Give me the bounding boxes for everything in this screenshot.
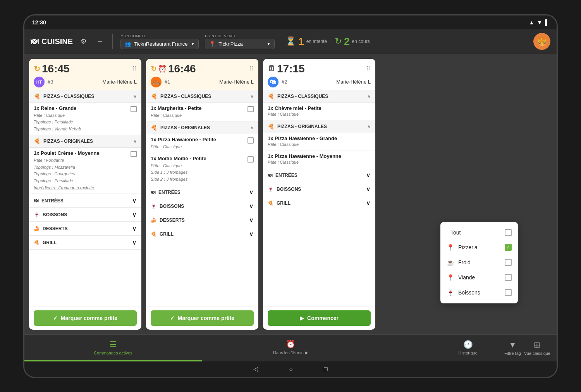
- order-card-3-header: 🗓 17:15 ⠿ 🛍 #2 Marie-Hélène L: [263, 59, 375, 90]
- order-2-footer: ✓ Marquer comme prête: [146, 306, 258, 330]
- nav-active-orders[interactable]: ☰ Commandes actives: [24, 335, 202, 361]
- order-2-grill[interactable]: 🍕 GRILL ∨: [146, 227, 258, 241]
- filter-tag-btn[interactable]: ▼ Filtre tag: [504, 341, 521, 356]
- settings-icon[interactable]: ⚙: [79, 36, 88, 47]
- order-2-item-3-name: 1x Moitié Moitié - Petite: [151, 156, 254, 163]
- chevron-entrees-1: ∨: [132, 197, 137, 204]
- order-1-grill-label: 🍕 GRILL: [34, 240, 57, 245]
- order-1-grill[interactable]: 🍕 GRILL ∨: [29, 236, 141, 250]
- logout-icon[interactable]: →: [95, 36, 105, 47]
- order-3-start-button[interactable]: ▶ Commencer: [268, 310, 371, 326]
- filter-drinks-label: Boissons: [458, 289, 501, 296]
- section-3-classiques-label: 🍕 PIZZAS - CLASSIQUES: [268, 93, 328, 99]
- order-2-boissons-label: 🍷 BOISSONS: [151, 204, 184, 209]
- order-2-desserts[interactable]: 🍰 DESSERTS ∨: [146, 213, 258, 227]
- order-3-entrees[interactable]: 🍽 ENTRÉES ∨: [263, 168, 375, 182]
- order-3-section-originales[interactable]: 🍕 PIZZAS - ORIGINALES ∧: [263, 120, 375, 133]
- order-3-item-1-name: 1x Chèvre miel - Petite: [268, 105, 371, 111]
- chevron-grill-2: ∨: [249, 230, 254, 238]
- nav-soon[interactable]: ⏰ Dans les 15 min ▶: [202, 335, 379, 361]
- nav-bar: 🍽 CUISINE ⚙ → MON COMPTE 👥 TicknRestaura…: [24, 29, 557, 54]
- grill-icon-2: 🍕: [151, 231, 156, 237]
- check-icon-1: ✓: [53, 315, 58, 321]
- pos-dropdown[interactable]: 📍 TicknPizza ▼: [205, 39, 275, 49]
- order-3-customer: Marie-Hélène L: [336, 79, 371, 85]
- drag-icon-1[interactable]: ⠿: [132, 65, 137, 72]
- desserts-icon-2: 🍰: [151, 217, 156, 223]
- pos-label: POINT DE VENTE: [205, 34, 275, 38]
- filter-drinks[interactable]: 🍷 Boissons: [440, 285, 518, 300]
- order-1-boissons[interactable]: 🍷 BOISSONS ∨: [29, 208, 141, 222]
- filter-meat-label: Viande: [458, 274, 501, 281]
- filter-cold-icon: ☕: [447, 259, 454, 266]
- filter-meat[interactable]: 📍 Viande: [440, 270, 518, 285]
- entrees-icon-3: 🍽: [268, 173, 272, 178]
- classic-view-btn[interactable]: ⊞ Vue classique: [524, 340, 550, 356]
- pending-status: ⏳ 1 en attente: [285, 36, 327, 48]
- filter-pizzeria[interactable]: 📍 Pizzeria ✓: [440, 240, 518, 255]
- drag-icon-3[interactable]: ⠿: [366, 65, 371, 72]
- order-2-entrees[interactable]: 🍽 ENTRÉES ∨: [146, 185, 258, 199]
- tablet-frame: 12:30 ▲ ▼ ▌ 🍽 CUISINE ⚙ → MON COMPTE 👥 T…: [23, 14, 558, 378]
- android-nav: ◁ ○ □: [24, 361, 557, 377]
- chevron-boissons-3: ∨: [366, 185, 371, 193]
- account-value: TicknRestaurant France: [134, 41, 187, 47]
- user-avatar[interactable]: 🍔: [533, 33, 550, 50]
- filter-tag-label: Filtre tag: [504, 351, 521, 356]
- filter-meat-icon: 📍: [447, 274, 454, 281]
- filter-cold[interactable]: ☕ Froid: [440, 255, 518, 270]
- filter-cold-checkbox[interactable]: [505, 259, 512, 266]
- order-2-section-originales[interactable]: 🍕 PIZZAS - ORIGINALES ∧: [146, 122, 258, 134]
- classic-view-icon: ⊞: [534, 340, 540, 349]
- order-1-entrees[interactable]: 🍽 ENTRÉES ∨: [29, 194, 141, 208]
- filter-all[interactable]: Tout: [440, 225, 518, 240]
- pizza-icon-1: 🍕: [34, 93, 40, 99]
- order-1-section-classiques[interactable]: 🍕 PIZZAS - CLASSIQUES ∧: [29, 90, 141, 103]
- order-3-number: #2: [282, 79, 287, 85]
- home-button[interactable]: ○: [289, 366, 293, 373]
- soon-label: Dans les 15 min ▶: [273, 350, 308, 355]
- back-button[interactable]: ◁: [253, 365, 258, 373]
- order-1-section-originales[interactable]: 🍕 PIZZAS - ORIGINALES ∧: [29, 135, 141, 148]
- order-1-ready-button[interactable]: ✓ Marquer comme prête: [34, 310, 137, 326]
- order-1-body: 🍕 PIZZAS - CLASSIQUES ∧ 1x Reine - Grand…: [29, 90, 141, 306]
- order-3-entrees-label: 🍽 ENTRÉES: [268, 173, 297, 178]
- order-1-info: HT #3 Marie-Hélène L: [34, 77, 137, 87]
- refresh-icon: ↻: [335, 36, 342, 46]
- order-1-desserts[interactable]: 🍰 DESSERTS ∨: [29, 222, 141, 236]
- order-3-body: 🍕 PIZZAS - CLASSIQUES ∧ 1x Chèvre miel -…: [263, 90, 375, 306]
- order-1-item-1-checkbox[interactable]: [131, 106, 137, 112]
- account-dropdown[interactable]: 👥 TicknRestaurant France ▼: [120, 39, 199, 49]
- section-1-classiques-label: 🍕 PIZZAS - CLASSIQUES: [34, 93, 94, 99]
- order-3-section-classiques[interactable]: 🍕 PIZZAS - CLASSIQUES ∧: [263, 90, 375, 103]
- drag-icon-2[interactable]: ⠿: [249, 65, 254, 72]
- battery-icon: ▌: [545, 19, 549, 26]
- order-1-item-2-checkbox[interactable]: [131, 151, 137, 157]
- filter-all-checkbox[interactable]: [505, 229, 512, 236]
- order-3-info: 🛍 #2 Marie-Hélène L: [268, 77, 371, 87]
- filter-meat-checkbox[interactable]: [505, 274, 512, 281]
- order-2-item-2-checkbox[interactable]: [248, 137, 254, 144]
- boissons-icon-3: 🍷: [268, 187, 273, 192]
- filter-pizzeria-checkbox[interactable]: ✓: [505, 244, 512, 251]
- main-content: ↻ 16:45 ⠿ HT #3 Marie-Hélène L 🍕 PIZZAS …: [24, 54, 557, 334]
- status-time: 12:30: [32, 19, 46, 26]
- wifi-icon: ▲: [529, 19, 534, 26]
- order-2-ready-button[interactable]: ✓ Marquer comme prête: [151, 310, 254, 326]
- order-2-item-3-checkbox[interactable]: [248, 156, 254, 163]
- filter-drinks-checkbox[interactable]: [505, 289, 512, 296]
- order-2-section-classiques[interactable]: 🍕 PIZZAS - CLASSIQUES ∧: [146, 90, 258, 103]
- recents-button[interactable]: □: [324, 366, 328, 373]
- order-1-desserts-label: 🍰 DESSERTS: [34, 226, 68, 231]
- order-2-item-1-checkbox[interactable]: [248, 106, 254, 112]
- chevron-grill-3: ∨: [366, 199, 371, 207]
- order-2-boissons[interactable]: 🍷 BOISSONS ∨: [146, 199, 258, 213]
- pizza-icon-2b: 🍕: [151, 125, 157, 131]
- order-3-grill[interactable]: 🍕 GRILL ∨: [263, 196, 375, 210]
- chevron-grill-1: ∨: [132, 239, 137, 246]
- history-label: Historique: [458, 351, 478, 355]
- chevron-boissons-2: ∨: [249, 202, 254, 210]
- chevron-boissons-1: ∨: [132, 211, 137, 218]
- section-2-originales-label: 🍕 PIZZAS - ORIGINALES: [151, 125, 210, 131]
- order-3-boissons[interactable]: 🍷 BOISSONS ∨: [263, 182, 375, 196]
